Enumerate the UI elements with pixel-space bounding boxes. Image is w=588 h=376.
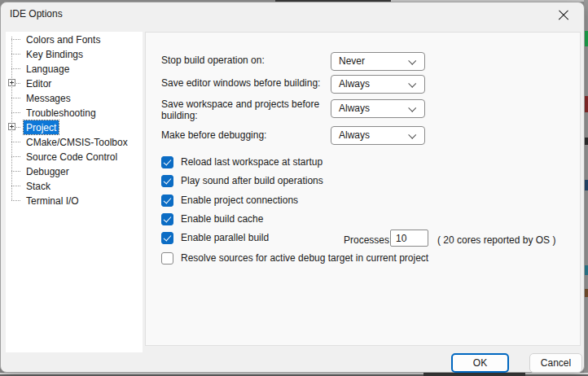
tree-item-source-code-control[interactable]: Source Code Control xyxy=(6,149,143,164)
save-workspace-projects-dropdown[interactable]: Always xyxy=(331,99,425,118)
chevron-down-icon xyxy=(408,80,416,88)
checkbox-label: Enable project connections xyxy=(181,195,298,206)
titlebar[interactable]: IDE Options xyxy=(1,2,584,28)
tree-item-messages[interactable]: Messages xyxy=(6,90,143,105)
tree-item-editor[interactable]: Editor xyxy=(6,76,143,90)
enable-project-connections-row: Enable project connections xyxy=(161,194,298,207)
chevron-down-icon xyxy=(408,131,416,139)
ide-options-dialog: IDE Options Colors and Fonts Key Binding… xyxy=(0,2,585,373)
dropdown-selected-value: Always xyxy=(339,103,370,114)
checkbox-label: Resolve sources for active debug target … xyxy=(181,252,428,264)
tree-item-terminal-io[interactable]: Terminal I/O xyxy=(6,193,143,208)
expand-plus-icon[interactable] xyxy=(8,123,15,130)
stop-build-operation-label: Stop build operation on: xyxy=(161,55,328,66)
checkbox-label: Reload last workspace at startup xyxy=(181,156,323,168)
tree-item-label: Project xyxy=(24,120,59,134)
tree-item-label: Key Bindings xyxy=(24,47,86,61)
tree-item-stack[interactable]: Stack xyxy=(6,178,143,193)
tree-item-debugger[interactable]: Debugger xyxy=(6,164,143,178)
expand-plus-icon[interactable] xyxy=(8,79,15,86)
chevron-down-icon xyxy=(408,104,416,112)
resolve-sources-row: Resolve sources for active debug target … xyxy=(161,251,428,265)
tree-item-label: Terminal I/O xyxy=(24,194,81,208)
tree-item-label: Stack xyxy=(24,179,53,193)
checkbox-label: Enable parallel build xyxy=(181,232,269,243)
tree-item-label: Language xyxy=(24,62,72,76)
processes-label: Processes: xyxy=(344,234,392,246)
tree-item-troubleshooting[interactable]: Troubleshooting xyxy=(6,105,143,120)
enable-parallel-build-checkbox[interactable] xyxy=(161,232,173,244)
enable-project-connections-checkbox[interactable] xyxy=(161,195,173,207)
save-workspace-projects-label: Save workspace and projects before build… xyxy=(161,98,328,121)
reload-last-workspace-checkbox[interactable] xyxy=(161,156,173,168)
processes-input[interactable] xyxy=(390,230,428,247)
tree-rows: Colors and Fonts Key Bindings Language E… xyxy=(6,32,143,208)
tree-item-cmake-cmsis-toolbox[interactable]: CMake/CMSIS-Toolbox xyxy=(6,134,143,149)
dialog-title: IDE Options xyxy=(10,8,63,20)
tree-item-label: Colors and Fonts xyxy=(24,33,103,46)
dropdown-selected-value: Always xyxy=(339,78,370,90)
options-category-tree: Colors and Fonts Key Bindings Language E… xyxy=(6,32,143,352)
enable-build-cache-checkbox[interactable] xyxy=(161,213,173,225)
save-editor-windows-label: Save editor windows before building: xyxy=(161,77,328,89)
play-sound-row: Play sound after build operations xyxy=(161,174,323,187)
checkbox-label: Enable build cache xyxy=(181,213,263,225)
play-sound-checkbox[interactable] xyxy=(161,175,173,187)
reload-last-workspace-row: Reload last workspace at startup xyxy=(161,155,323,168)
cores-reported-note: ( 20 cores reported by OS ) xyxy=(437,234,555,246)
background-app-sliver-bottom-dark xyxy=(423,373,525,376)
tree-item-label: Debugger xyxy=(24,164,72,178)
stop-build-operation-dropdown[interactable]: Never xyxy=(331,52,425,71)
resolve-sources-checkbox[interactable] xyxy=(161,252,173,265)
tree-item-colors-and-fonts[interactable]: Colors and Fonts xyxy=(6,32,143,46)
chevron-down-icon xyxy=(408,57,416,65)
tree-item-project[interactable]: Project xyxy=(6,120,143,134)
enable-build-cache-row: Enable build cache xyxy=(161,212,263,225)
tree-item-language[interactable]: Language xyxy=(6,61,143,76)
make-before-debugging-dropdown[interactable]: Always xyxy=(331,126,425,145)
dropdown-selected-value: Never xyxy=(339,55,365,67)
save-editor-windows-dropdown[interactable]: Always xyxy=(331,75,425,94)
dropdown-selected-value: Always xyxy=(339,129,370,141)
tree-item-label: Source Code Control xyxy=(24,150,120,164)
tree-item-label: Messages xyxy=(24,91,73,105)
tree-item-key-bindings[interactable]: Key Bindings xyxy=(6,46,143,61)
checkbox-label: Play sound after build operations xyxy=(181,175,323,186)
project-options-panel: Stop build operation on: Never Save edit… xyxy=(145,32,581,346)
cancel-button[interactable]: Cancel xyxy=(529,353,582,373)
make-before-debugging-label: Make before debugging: xyxy=(161,129,328,141)
tree-item-label: Troubleshooting xyxy=(24,106,99,120)
ok-button[interactable]: OK xyxy=(451,353,509,373)
close-button[interactable] xyxy=(551,5,576,26)
enable-parallel-build-row: Enable parallel build xyxy=(161,231,269,244)
tree-item-label: CMake/CMSIS-Toolbox xyxy=(24,135,130,149)
close-icon xyxy=(558,10,569,21)
tree-item-label: Editor xyxy=(24,77,54,90)
